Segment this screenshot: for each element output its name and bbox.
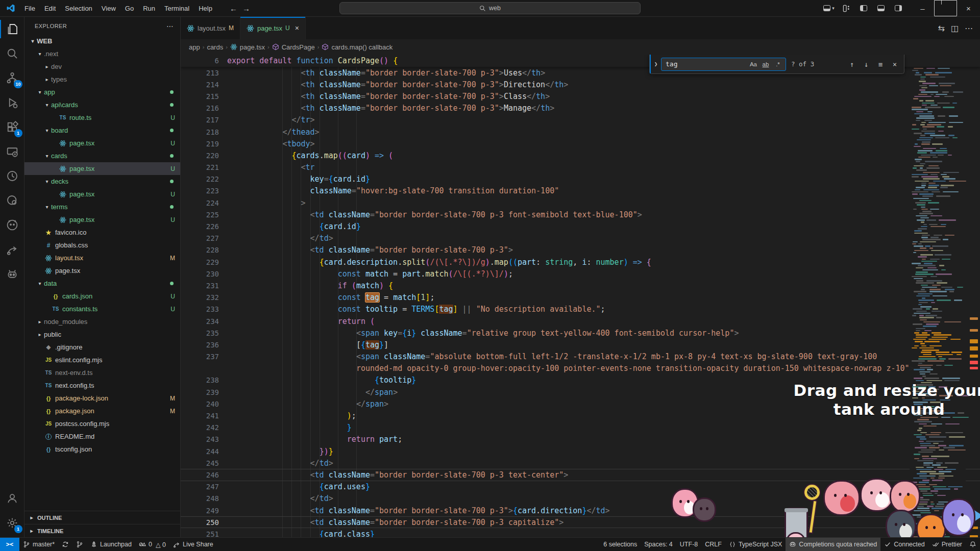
breadcrumb-item[interactable]: page.tsx <box>240 43 265 51</box>
activity-live-share[interactable] <box>0 237 24 262</box>
status-remote-indicator[interactable]: >< <box>0 538 19 551</box>
tree-item-constants.ts[interactable]: TSconstants.tsU <box>24 303 180 315</box>
code-editor[interactable]: 6export default function CardsPage() { 2… <box>181 55 980 537</box>
tree-item-tsconfig.json[interactable]: {}tsconfig.json <box>24 443 180 456</box>
menu-help[interactable]: Help <box>194 3 216 14</box>
activity-extensions[interactable]: 1 <box>0 115 24 139</box>
tree-item-decks[interactable]: ▾decks <box>24 175 180 188</box>
code-line-235[interactable]: 235 <span key={i} className="relative gr… <box>181 327 980 339</box>
tree-item-layout.tsx[interactable]: layout.tsxM <box>24 252 180 264</box>
tree-item-readme.md[interactable]: iREADME.md <box>24 430 180 443</box>
sidebar-section-outline[interactable]: ▸ OUTLINE <box>24 511 180 524</box>
status-indentation[interactable]: Spaces: 4 <box>641 538 676 551</box>
code-line-227[interactable]: 227 </td> <box>181 233 980 244</box>
tree-item-page.tsx[interactable]: page.tsxU <box>24 188 180 201</box>
status-copilot-status[interactable]: Completions quota reached <box>786 538 880 551</box>
status-formatter-status[interactable]: Prettier <box>928 538 966 551</box>
status-eol[interactable]: CRLF <box>701 538 725 551</box>
tree-item-next.config.ts[interactable]: TSnext.config.ts <box>24 379 180 392</box>
code-line-230[interactable]: 230 const match = part.match(/\[(.*?)\]/… <box>181 268 980 280</box>
find-close-button[interactable]: × <box>889 58 901 70</box>
activity-timeline-view[interactable] <box>0 164 24 188</box>
activity-search[interactable] <box>0 41 24 66</box>
command-center-search[interactable]: web <box>339 2 641 14</box>
tree-item-.next[interactable]: ▾.next <box>24 47 180 60</box>
nav-back-button[interactable]: ← <box>230 4 237 13</box>
code-line-215[interactable]: 215 <th className="border border-slate-7… <box>181 90 980 102</box>
pet-fish[interactable] <box>918 515 944 537</box>
pet-fish[interactable] <box>862 480 892 510</box>
restore-button[interactable] <box>934 0 957 16</box>
code-line-245[interactable]: 245 </td> <box>181 457 980 469</box>
status-selection-count[interactable]: 6 selections <box>600 538 641 551</box>
tree-item-package.json[interactable]: {}package.jsonM <box>24 405 180 417</box>
tree-item-cards.json[interactable]: {}cards.jsonU <box>24 290 180 303</box>
menu-selection[interactable]: Selection <box>61 3 96 14</box>
pet-net[interactable] <box>804 485 820 500</box>
close-button[interactable]: × <box>957 0 980 16</box>
activity-remote-explorer[interactable] <box>0 139 24 164</box>
find-in-selection-button[interactable]: ≡ <box>874 58 887 70</box>
overview-ruler[interactable] <box>966 55 980 537</box>
status-live-share[interactable]: Live Share <box>169 538 217 551</box>
activity-accounts[interactable] <box>0 486 24 511</box>
code-line-226[interactable]: 226 {card.id} <box>181 220 980 232</box>
customize-layout-icon[interactable] <box>839 2 854 15</box>
tab-close-icon[interactable]: × <box>295 24 299 32</box>
code-line-237[interactable]: 237 <span className="absolute bottom-ful… <box>181 351 980 363</box>
code-line-236[interactable]: 236 [{tag}] <box>181 339 980 350</box>
status-launchpad[interactable]: Launchpad <box>87 538 135 551</box>
tree-item-next-env.d.ts[interactable]: TSnext-env.d.ts <box>24 366 180 379</box>
tree-item-favicon.ico[interactable]: ★favicon.ico <box>24 226 180 239</box>
tree-item-node-modules[interactable]: ▸node_modules <box>24 315 180 328</box>
panel-layout-dropdown[interactable]: ▾ <box>821 2 837 15</box>
status-problems[interactable]: 0△ 0 <box>135 538 169 551</box>
status-branch-secondary[interactable] <box>72 538 87 551</box>
pet-fish[interactable] <box>825 482 859 514</box>
code-line-232[interactable]: 232 const tag = match[1]; <box>181 292 980 304</box>
code-line-250[interactable]: 250 <td className="border border-slate-7… <box>181 516 980 528</box>
breadcrumb-item[interactable]: cards.map() callback <box>331 43 393 51</box>
match-case-button[interactable]: Aa <box>748 59 759 70</box>
find-next-button[interactable]: ↓ <box>860 58 872 70</box>
tree-item-terms[interactable]: ▾terms <box>24 201 180 213</box>
code-line-220[interactable]: 220 {cards.map((card) => ( <box>181 149 980 161</box>
pet-fish[interactable] <box>673 490 697 516</box>
code-line-244[interactable]: 244 })} <box>181 445 980 457</box>
tree-item-web[interactable]: ▾WEB <box>24 35 180 47</box>
code-line-wrap[interactable]: rounded-md opacity-0 group-hover:opacity… <box>181 363 980 374</box>
tree-item-app[interactable]: ▾app <box>24 86 180 98</box>
code-line-224[interactable]: 224 > <box>181 197 980 209</box>
code-line-225[interactable]: 225 <td className="border border-slate-7… <box>181 209 980 220</box>
pet-fish[interactable] <box>887 511 915 537</box>
tree-item-cards[interactable]: ▾cards <box>24 149 180 162</box>
toggle-panel-icon[interactable] <box>873 2 889 15</box>
tree-item-public[interactable]: ▸public <box>24 328 180 341</box>
tree-item-api-cards[interactable]: ▾api\cards <box>24 98 180 111</box>
code-line-219[interactable]: 219 <tbody> <box>181 138 980 149</box>
code-line-214[interactable]: 214 <th className="border border-slate-7… <box>181 79 980 90</box>
tree-item-page.tsx[interactable]: page.tsx <box>24 264 180 277</box>
editor-action-2[interactable]: ⋯ <box>965 23 973 33</box>
menu-edit[interactable]: Edit <box>40 3 60 14</box>
tree-item-postcss.config.mjs[interactable]: JSpostcss.config.mjs <box>24 417 180 430</box>
tree-item-route.ts[interactable]: TSroute.tsU <box>24 111 180 124</box>
find-input[interactable]: tag Aa ab .* <box>661 58 786 71</box>
menu-view[interactable]: View <box>97 3 120 14</box>
sidebar-section-timeline[interactable]: ▸ TIMELINE <box>24 524 180 537</box>
minimap[interactable] <box>910 55 966 537</box>
tree-item-globals.css[interactable]: #globals.css <box>24 239 180 252</box>
regex-button[interactable]: .* <box>772 59 783 70</box>
breadcrumb-item[interactable]: cards <box>207 43 223 51</box>
tab-layout.tsx[interactable]: layout.tsx M <box>181 17 240 39</box>
status-encoding[interactable]: UTF-8 <box>676 538 701 551</box>
explorer-more-actions[interactable]: ⋯ <box>166 22 174 30</box>
status-language-mode[interactable]: TypeScript JSX <box>725 538 786 551</box>
tree-item-.gitignore[interactable]: ◆.gitignore <box>24 341 180 354</box>
find-previous-button[interactable]: ↑ <box>846 58 858 70</box>
tree-item-page.tsx[interactable]: page.tsxU <box>24 162 180 175</box>
code-line-229[interactable]: 229 {card.description.split(/(\[.*?\])/g… <box>181 256 980 268</box>
activity-settings[interactable]: 1 <box>0 511 24 535</box>
nav-forward-button[interactable]: → <box>242 4 250 13</box>
tab-page.tsx[interactable]: page.tsx U × <box>240 17 306 39</box>
